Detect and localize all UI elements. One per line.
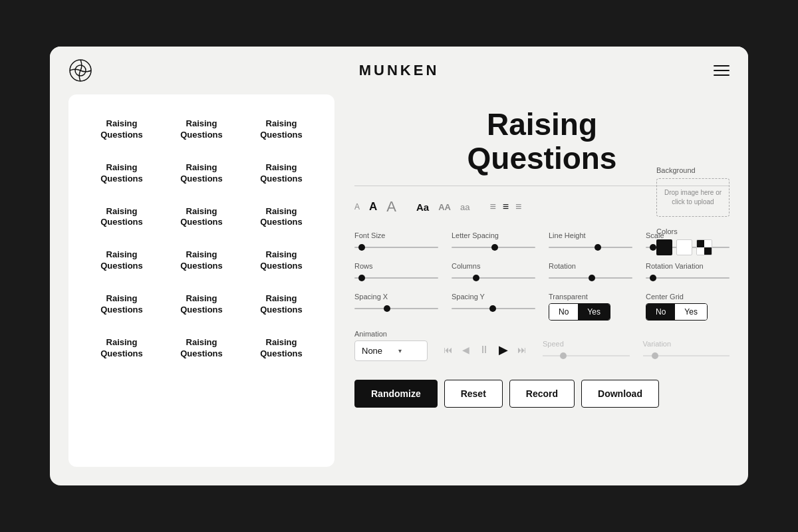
rows-slider[interactable]: [354, 273, 438, 283]
white-swatch[interactable]: [676, 239, 692, 255]
font-weight-controls: A A A: [354, 198, 396, 215]
slider-thumb: [358, 244, 365, 251]
align-right-button[interactable]: ≡: [515, 201, 521, 213]
black-swatch[interactable]: [656, 239, 672, 255]
list-item: RaisingQuestions: [241, 327, 321, 370]
columns-control: Columns: [452, 262, 535, 283]
animation-label: Animation: [354, 330, 428, 338]
center-grid-control: Center Grid No Yes: [646, 293, 730, 321]
slider-thumb: [650, 244, 656, 251]
columns-label: Columns: [452, 262, 535, 270]
list-item: RaisingQuestions: [82, 152, 162, 196]
side-controls: Background Drop image here or click to u…: [656, 166, 730, 266]
lowercase-button[interactable]: aa: [460, 202, 469, 212]
transparent-no-button[interactable]: No: [549, 304, 578, 320]
speed-thumb: [560, 352, 567, 359]
slider-thumb: [489, 305, 496, 312]
preview-panel: RaisingQuestions RaisingQuestions Raisin…: [68, 94, 334, 467]
variation-label: Variation: [643, 340, 730, 348]
main-content: RaisingQuestions RaisingQuestions Raisin…: [50, 94, 748, 485]
variation-thumb: [652, 352, 658, 359]
center-yes-button[interactable]: Yes: [675, 304, 707, 320]
controls-panel: RaisingQuestions A A A Aa AA aa ≡ ≡ ≡: [354, 94, 730, 467]
record-button[interactable]: Record: [509, 380, 575, 408]
align-left-button[interactable]: ≡: [489, 201, 495, 213]
columns-slider[interactable]: [452, 273, 535, 283]
center-no-button[interactable]: No: [646, 304, 675, 320]
header: MUNKEN: [50, 47, 748, 94]
list-item: RaisingQuestions: [162, 196, 241, 239]
list-item: RaisingQuestions: [82, 239, 162, 283]
skip-forward-button[interactable]: ⏭: [515, 342, 529, 358]
slider-thumb: [384, 305, 390, 312]
letter-spacing-slider[interactable]: [452, 242, 535, 253]
slider-thumb: [650, 275, 656, 281]
pause-button[interactable]: ⏸: [476, 341, 492, 358]
font-thin-button[interactable]: A: [354, 202, 360, 211]
background-label: Background: [656, 166, 730, 174]
case-controls: Aa AA aa: [416, 201, 469, 213]
list-item: RaisingQuestions: [162, 152, 241, 196]
step-back-button[interactable]: ◀: [460, 342, 472, 358]
main-title: RaisingQuestions: [354, 108, 730, 175]
transparent-control: Transparent No Yes: [549, 293, 632, 321]
list-item: RaisingQuestions: [82, 327, 162, 370]
animation-select[interactable]: None ▾: [354, 340, 428, 361]
font-size-slider[interactable]: [354, 242, 438, 253]
spacing-y-control: Spacing Y: [452, 293, 535, 314]
list-item: RaisingQuestions: [82, 196, 162, 239]
list-item: RaisingQuestions: [162, 239, 241, 283]
letter-spacing-label: Letter Spacing: [452, 231, 535, 239]
background-section: Background Drop image here or click to u…: [656, 166, 730, 217]
randomize-button[interactable]: Randomize: [354, 380, 438, 408]
app-container: MUNKEN RaisingQuestions RaisingQuestions…: [50, 47, 748, 485]
center-grid-toggle: No Yes: [646, 303, 708, 321]
rotation-slider[interactable]: [549, 273, 632, 283]
list-item: RaisingQuestions: [162, 327, 241, 370]
transparent-toggle: No Yes: [549, 303, 610, 321]
font-size-control: Font Size: [354, 231, 438, 253]
font-bold-button[interactable]: A: [369, 200, 377, 213]
spacing-x-control: Spacing X: [354, 293, 438, 314]
rotation-variation-slider[interactable]: [646, 273, 730, 283]
slider-thumb: [589, 275, 595, 281]
download-button[interactable]: Download: [581, 380, 659, 408]
list-item: RaisingQuestions: [241, 108, 321, 152]
align-center-button[interactable]: ≡: [503, 201, 509, 213]
reset-button[interactable]: Reset: [444, 380, 503, 408]
background-dropzone[interactable]: Drop image here or click to upload: [656, 178, 730, 217]
play-button[interactable]: ▶: [496, 340, 511, 360]
letter-spacing-control: Letter Spacing: [452, 231, 535, 253]
transparent-yes-button[interactable]: Yes: [578, 304, 610, 320]
spacing-x-label: Spacing X: [354, 293, 438, 301]
app-title: MUNKEN: [359, 62, 440, 79]
line-height-label: Line Height: [549, 231, 632, 239]
uppercase-button[interactable]: AA: [438, 202, 451, 212]
slider-thumb: [491, 244, 498, 251]
font-large-button[interactable]: A: [386, 198, 396, 215]
menu-button[interactable]: [714, 65, 730, 76]
speed-label: Speed: [543, 340, 630, 348]
transparent-label: Transparent: [549, 293, 632, 301]
hamburger-icon: [714, 70, 730, 71]
action-buttons: Randomize Reset Record Download: [354, 380, 730, 408]
mixed-swatch[interactable]: [696, 239, 712, 255]
spacing-x-slider[interactable]: [354, 303, 438, 314]
hamburger-icon: [714, 65, 730, 66]
rows-label: Rows: [354, 262, 438, 270]
animation-control: Animation None ▾: [354, 330, 428, 361]
font-size-label: Font Size: [354, 231, 438, 239]
slider-thumb: [473, 275, 479, 281]
chevron-down-icon: ▾: [398, 347, 402, 354]
animation-row: Animation None ▾ ⏮ ◀ ⏸ ▶ ⏭ Speed: [354, 330, 730, 361]
logo[interactable]: [68, 59, 92, 82]
list-item: RaisingQuestions: [241, 283, 321, 327]
skip-back-button[interactable]: ⏮: [441, 342, 456, 358]
color-swatches: [656, 239, 730, 255]
titlecase-button[interactable]: Aa: [416, 201, 429, 213]
colors-label: Colors: [656, 227, 730, 235]
line-height-slider[interactable]: [549, 242, 632, 253]
spacing-y-slider[interactable]: [452, 303, 535, 314]
line-height-control: Line Height: [549, 231, 632, 253]
animation-value: None: [362, 346, 382, 356]
